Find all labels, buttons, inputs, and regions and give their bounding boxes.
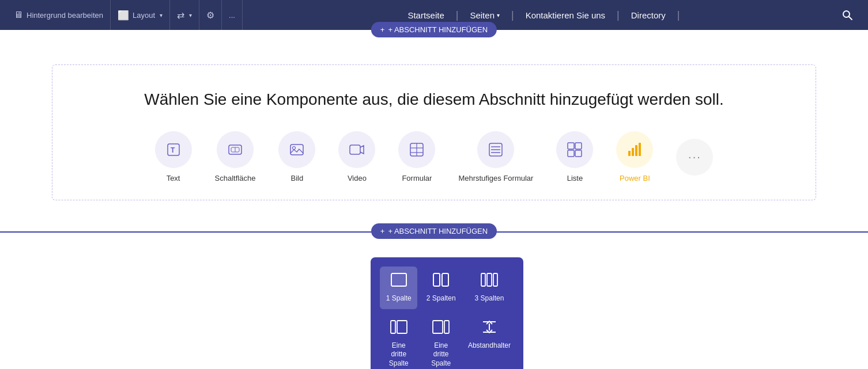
layout-dritte-links[interactable]: Eine dritte Spalte links	[380, 314, 417, 369]
svg-rect-7	[290, 144, 303, 155]
svg-rect-33	[397, 321, 407, 333]
picker-item-formular[interactable]: Formular	[398, 131, 435, 182]
nav-label-kontakt: Kontaktieren Sie uns	[526, 10, 605, 20]
svg-rect-28	[442, 273, 448, 286]
layout-button[interactable]: ⬜ Layout ▾	[111, 0, 170, 30]
picker-items-container: T Text Schaltfläche Bild	[70, 131, 798, 182]
svg-rect-30	[487, 273, 492, 286]
layout-2spalten[interactable]: 2 Spalten	[422, 267, 459, 309]
layout-2spalten-icon	[432, 272, 450, 291]
picker-item-video[interactable]: Video	[338, 131, 375, 182]
layout-popup-grid: 1 Spalte 2 Spalten 3 Spalten	[380, 267, 514, 369]
picker-label-powerbi: Power BI	[620, 174, 650, 182]
svg-rect-25	[639, 143, 641, 156]
layout-3spalten[interactable]: 3 Spalten	[465, 267, 514, 309]
bottom-section-area: + + ABSCHNITT HINZUFÜGEN	[0, 223, 868, 239]
bottom-add-section-plus: +	[380, 227, 385, 235]
gear-icon: ⚙	[206, 10, 214, 21]
nav-label-directory: Directory	[631, 10, 666, 20]
layout-dritte-links-icon	[390, 319, 407, 338]
settings-button[interactable]: ⚙	[199, 0, 222, 30]
svg-rect-31	[493, 273, 497, 286]
more-label: ...	[229, 11, 235, 20]
picker-item-more[interactable]: ···	[676, 139, 713, 176]
svg-rect-34	[433, 321, 443, 333]
top-add-section-plus: +	[380, 25, 385, 34]
seiten-chevron-icon: ▾	[497, 12, 500, 18]
top-add-section-label: + ABSCHNITT HINZUFÜGEN	[388, 25, 488, 34]
nav-right	[833, 0, 868, 30]
layout-dritte-links-label: Eine dritte Spalte links	[383, 341, 414, 369]
picker-icon-bild	[278, 131, 315, 168]
layout-1spalte[interactable]: 1 Spalte	[380, 267, 417, 309]
search-button[interactable]	[833, 0, 861, 30]
component-picker: Wählen Sie eine Komponente aus, die dies…	[52, 64, 816, 200]
nav-item-kontakt[interactable]: Kontaktieren Sie uns	[514, 0, 617, 30]
picker-item-mehrstufiges[interactable]: Mehrstufiges Formular	[458, 131, 533, 182]
layout-3spalten-icon	[481, 272, 498, 291]
svg-rect-19	[575, 143, 582, 149]
layout-abstandhalter-label: Abstandhalter	[468, 341, 511, 351]
picker-item-powerbi[interactable]: Power BI	[616, 131, 653, 182]
layout-dritte-rechts[interactable]: Eine dritte Spalte rechts	[422, 314, 459, 369]
svg-rect-18	[568, 143, 574, 149]
layout-abstandhalter-icon	[481, 319, 498, 338]
svg-rect-24	[635, 145, 637, 156]
picker-item-text[interactable]: T Text	[155, 131, 192, 182]
main-content: + + ABSCHNITT HINZUFÜGEN Wählen Sie eine…	[0, 30, 868, 369]
nav-label-startseite: Startseite	[407, 10, 444, 20]
svg-text:T: T	[171, 146, 175, 154]
picker-icon-video	[338, 131, 375, 168]
more-button[interactable]: ...	[222, 0, 243, 30]
picker-title: Wählen Sie eine Komponente aus, die dies…	[70, 88, 798, 111]
layout-popup: 1 Spalte 2 Spalten 3 Spalten	[371, 257, 523, 369]
svg-rect-20	[568, 150, 574, 157]
picker-label-liste: Liste	[567, 174, 583, 182]
search-icon	[841, 9, 853, 21]
layout-2spalten-label: 2 Spalten	[427, 294, 456, 303]
layout-3spalten-label: 3 Spalten	[475, 294, 504, 303]
layout-1spalte-label: 1 Spalte	[386, 294, 412, 303]
svg-rect-22	[628, 151, 631, 156]
svg-rect-21	[575, 150, 582, 157]
nav-separator-4: |	[677, 0, 680, 30]
layout-dritte-rechts-label: Eine dritte Spalte rechts	[425, 341, 456, 369]
background-edit-button[interactable]: 🖥 Hintergrund bearbeiten	[7, 0, 111, 30]
picker-icon-powerbi	[616, 131, 653, 168]
picker-icon-schaltflache	[217, 131, 254, 168]
layout-label: Layout	[133, 11, 155, 20]
picker-label-mehrstufiges: Mehrstufiges Formular	[458, 174, 533, 182]
layout-abstandhalter[interactable]: Abstandhalter	[465, 314, 514, 369]
nav-left-tools: 🖥 Hintergrund bearbeiten ⬜ Layout ▾ ⇄ ▾ …	[0, 0, 243, 30]
picker-icon-formular	[398, 131, 435, 168]
svg-rect-27	[433, 273, 440, 286]
picker-item-bild[interactable]: Bild	[278, 131, 315, 182]
background-edit-label: Hintergrund bearbeiten	[27, 11, 103, 20]
bottom-add-section-button[interactable]: + + ABSCHNITT HINZUFÜGEN	[371, 223, 497, 239]
picker-label-video: Video	[348, 174, 367, 182]
svg-rect-26	[391, 273, 406, 286]
svg-rect-23	[632, 148, 634, 156]
nav-center-menu: Startseite | Seiten ▾ | Kontaktieren Sie…	[243, 0, 833, 30]
svg-rect-32	[391, 321, 395, 333]
svg-rect-29	[481, 273, 485, 286]
layout-1spalte-icon	[390, 272, 407, 291]
layout-icon: ⬜	[118, 10, 129, 21]
picker-icon-more: ···	[676, 139, 713, 176]
picker-item-liste[interactable]: Liste	[556, 131, 593, 182]
svg-rect-9	[350, 145, 360, 154]
picker-icon-mehrstufiges	[477, 131, 514, 168]
picker-label-bild: Bild	[291, 174, 304, 182]
picker-label-text: Text	[167, 174, 180, 182]
share-icon: ⇄	[177, 10, 184, 21]
layout-dritte-rechts-icon	[432, 319, 450, 338]
share-button[interactable]: ⇄ ▾	[170, 0, 199, 30]
layout-chevron-icon: ▾	[160, 12, 163, 18]
nav-item-directory[interactable]: Directory	[620, 0, 677, 30]
picker-icon-text: T	[155, 131, 192, 168]
bottom-add-section-label: + ABSCHNITT HINZUFÜGEN	[388, 227, 488, 235]
picker-label-formular: Formular	[402, 174, 432, 182]
picker-item-schaltflache[interactable]: Schaltfläche	[215, 131, 256, 182]
top-add-section-button[interactable]: + + ABSCHNITT HINZUFÜGEN	[371, 22, 497, 37]
nav-label-seiten: Seiten	[470, 10, 495, 20]
